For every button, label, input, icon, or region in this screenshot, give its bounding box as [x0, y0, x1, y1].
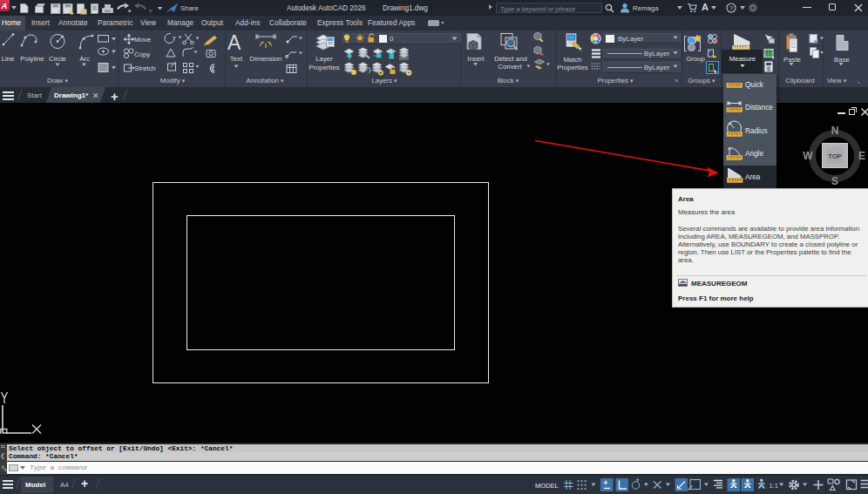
svg-text:N: N [831, 125, 839, 137]
svg-text:E: E [858, 150, 865, 162]
svg-text:?: ? [729, 4, 733, 12]
svg-text:1:1: 1:1 [770, 482, 778, 490]
svg-text:S: S [831, 175, 838, 187]
svg-text:TOP: TOP [828, 152, 841, 160]
svg-text:W: W [803, 150, 813, 162]
